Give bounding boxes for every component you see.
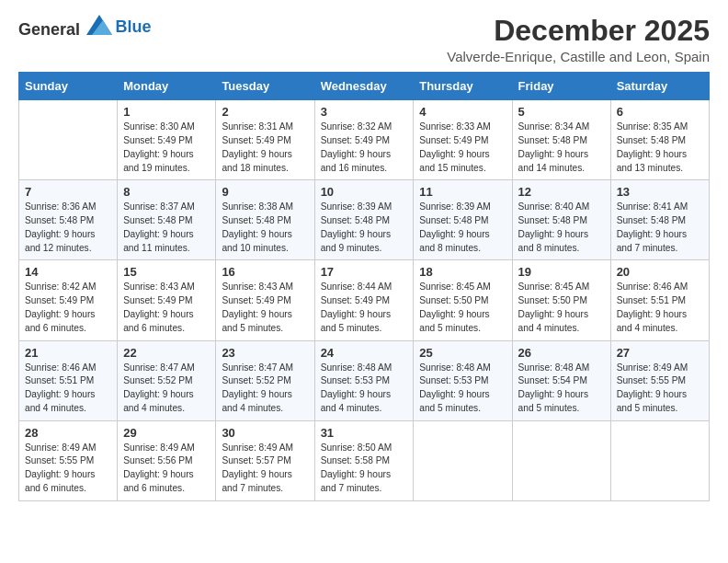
cell-details: Sunrise: 8:39 AMSunset: 5:48 PMDaylight:… [321,201,408,255]
calendar-cell: 1Sunrise: 8:30 AMSunset: 5:49 PMDaylight… [118,100,216,180]
logo: General Blue [18,15,152,40]
cell-details: Sunrise: 8:47 AMSunset: 5:52 PMDaylight:… [123,362,210,416]
calendar-cell: 10Sunrise: 8:39 AMSunset: 5:48 PMDayligh… [314,180,414,260]
week-row-4: 21Sunrise: 8:46 AMSunset: 5:51 PMDayligh… [19,340,710,420]
title-area: December 2025 Valverde-Enrique, Castille… [447,15,710,64]
cell-details: Sunrise: 8:46 AMSunset: 5:51 PMDaylight:… [617,281,703,335]
calendar-cell [512,420,610,500]
calendar-cell: 3Sunrise: 8:32 AMSunset: 5:49 PMDaylight… [314,100,414,180]
month-title: December 2025 [447,15,710,47]
cell-details: Sunrise: 8:43 AMSunset: 5:49 PMDaylight:… [222,281,308,335]
cell-details: Sunrise: 8:48 AMSunset: 5:53 PMDaylight:… [321,362,408,416]
calendar-cell: 9Sunrise: 8:38 AMSunset: 5:48 PMDaylight… [216,180,314,260]
day-number: 1 [123,105,210,119]
cell-details: Sunrise: 8:41 AMSunset: 5:48 PMDaylight:… [617,201,703,255]
calendar-cell: 19Sunrise: 8:45 AMSunset: 5:50 PMDayligh… [512,260,610,340]
calendar-cell: 2Sunrise: 8:31 AMSunset: 5:49 PMDaylight… [216,100,314,180]
weekday-header-sunday: Sunday [19,73,118,100]
day-number: 3 [321,105,408,119]
day-number: 29 [123,426,210,440]
calendar-cell: 11Sunrise: 8:39 AMSunset: 5:48 PMDayligh… [414,180,512,260]
day-number: 16 [222,265,308,279]
calendar-cell: 25Sunrise: 8:48 AMSunset: 5:53 PMDayligh… [414,340,512,420]
cell-details: Sunrise: 8:30 AMSunset: 5:49 PMDaylight:… [123,121,210,175]
calendar-cell: 24Sunrise: 8:48 AMSunset: 5:53 PMDayligh… [314,340,414,420]
day-number: 5 [518,105,605,119]
day-number: 21 [25,346,111,360]
cell-details: Sunrise: 8:48 AMSunset: 5:54 PMDaylight:… [518,362,605,416]
day-number: 8 [123,185,210,199]
day-number: 31 [321,426,408,440]
weekday-header-monday: Monday [118,73,216,100]
page-header: General Blue December 2025 Valverde-Enri… [18,15,710,64]
cell-details: Sunrise: 8:36 AMSunset: 5:48 PMDaylight:… [25,201,111,255]
cell-details: Sunrise: 8:49 AMSunset: 5:55 PMDaylight:… [25,442,111,496]
calendar-cell: 27Sunrise: 8:49 AMSunset: 5:55 PMDayligh… [610,340,709,420]
cell-details: Sunrise: 8:45 AMSunset: 5:50 PMDaylight:… [518,281,605,335]
cell-details: Sunrise: 8:37 AMSunset: 5:48 PMDaylight:… [123,201,210,255]
calendar-cell: 22Sunrise: 8:47 AMSunset: 5:52 PMDayligh… [118,340,216,420]
week-row-1: 1Sunrise: 8:30 AMSunset: 5:49 PMDaylight… [19,100,710,180]
day-number: 28 [25,426,111,440]
day-number: 12 [518,185,605,199]
weekday-header-saturday: Saturday [610,73,709,100]
cell-details: Sunrise: 8:49 AMSunset: 5:57 PMDaylight:… [222,442,308,496]
calendar-cell: 21Sunrise: 8:46 AMSunset: 5:51 PMDayligh… [19,340,118,420]
weekday-header-row: SundayMondayTuesdayWednesdayThursdayFrid… [19,73,710,100]
day-number: 17 [321,265,408,279]
cell-details: Sunrise: 8:49 AMSunset: 5:56 PMDaylight:… [123,442,210,496]
day-number: 19 [518,265,605,279]
calendar-table: SundayMondayTuesdayWednesdayThursdayFrid… [18,72,710,501]
week-row-5: 28Sunrise: 8:49 AMSunset: 5:55 PMDayligh… [19,420,710,500]
cell-details: Sunrise: 8:49 AMSunset: 5:55 PMDaylight:… [617,362,703,416]
calendar-cell: 17Sunrise: 8:44 AMSunset: 5:49 PMDayligh… [314,260,414,340]
calendar-cell: 28Sunrise: 8:49 AMSunset: 5:55 PMDayligh… [19,420,118,500]
cell-details: Sunrise: 8:40 AMSunset: 5:48 PMDaylight:… [518,201,605,255]
calendar-cell [610,420,709,500]
cell-details: Sunrise: 8:45 AMSunset: 5:50 PMDaylight:… [419,281,506,335]
calendar-cell: 29Sunrise: 8:49 AMSunset: 5:56 PMDayligh… [118,420,216,500]
week-row-2: 7Sunrise: 8:36 AMSunset: 5:48 PMDaylight… [19,180,710,260]
cell-details: Sunrise: 8:46 AMSunset: 5:51 PMDaylight:… [25,362,111,416]
day-number: 23 [222,346,308,360]
cell-details: Sunrise: 8:34 AMSunset: 5:48 PMDaylight:… [518,121,605,175]
cell-details: Sunrise: 8:39 AMSunset: 5:48 PMDaylight:… [419,201,506,255]
cell-details: Sunrise: 8:44 AMSunset: 5:49 PMDaylight:… [321,281,408,335]
calendar-cell: 16Sunrise: 8:43 AMSunset: 5:49 PMDayligh… [216,260,314,340]
day-number: 11 [419,185,506,199]
day-number: 26 [518,346,605,360]
cell-details: Sunrise: 8:38 AMSunset: 5:48 PMDaylight:… [222,201,308,255]
logo-icon [86,15,112,35]
cell-details: Sunrise: 8:33 AMSunset: 5:49 PMDaylight:… [419,121,506,175]
cell-details: Sunrise: 8:50 AMSunset: 5:58 PMDaylight:… [321,442,408,496]
day-number: 24 [321,346,408,360]
calendar-cell: 4Sunrise: 8:33 AMSunset: 5:49 PMDaylight… [414,100,512,180]
day-number: 18 [419,265,506,279]
calendar-cell: 8Sunrise: 8:37 AMSunset: 5:48 PMDaylight… [118,180,216,260]
day-number: 13 [617,185,703,199]
calendar-cell: 23Sunrise: 8:47 AMSunset: 5:52 PMDayligh… [216,340,314,420]
calendar-cell: 26Sunrise: 8:48 AMSunset: 5:54 PMDayligh… [512,340,610,420]
calendar-cell [414,420,512,500]
day-number: 22 [123,346,210,360]
calendar-cell: 5Sunrise: 8:34 AMSunset: 5:48 PMDaylight… [512,100,610,180]
cell-details: Sunrise: 8:31 AMSunset: 5:49 PMDaylight:… [222,121,308,175]
day-number: 15 [123,265,210,279]
day-number: 2 [222,105,308,119]
day-number: 27 [617,346,703,360]
day-number: 10 [321,185,408,199]
calendar-cell: 6Sunrise: 8:35 AMSunset: 5:48 PMDaylight… [610,100,709,180]
logo-blue: Blue [116,17,152,36]
logo-general: General [18,20,80,39]
weekday-header-thursday: Thursday [414,73,512,100]
day-number: 30 [222,426,308,440]
calendar-cell [19,100,118,180]
day-number: 20 [617,265,703,279]
cell-details: Sunrise: 8:43 AMSunset: 5:49 PMDaylight:… [123,281,210,335]
day-number: 7 [25,185,111,199]
weekday-header-tuesday: Tuesday [216,73,314,100]
cell-details: Sunrise: 8:32 AMSunset: 5:49 PMDaylight:… [321,121,408,175]
calendar-cell: 30Sunrise: 8:49 AMSunset: 5:57 PMDayligh… [216,420,314,500]
cell-details: Sunrise: 8:48 AMSunset: 5:53 PMDaylight:… [419,362,506,416]
calendar-cell: 14Sunrise: 8:42 AMSunset: 5:49 PMDayligh… [19,260,118,340]
